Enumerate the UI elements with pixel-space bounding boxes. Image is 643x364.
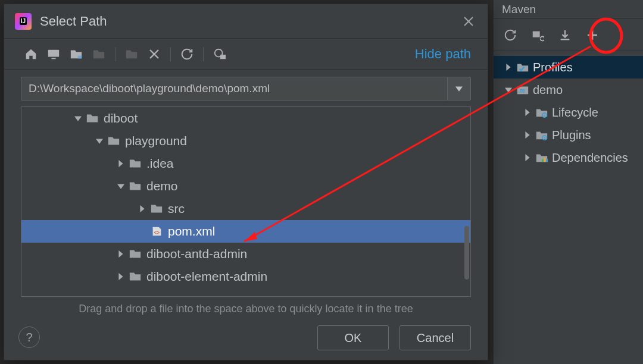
maven-node-label: Dependencies — [552, 151, 628, 165]
svg-rect-6 — [542, 159, 544, 162]
maven-node-label: Profiles — [533, 61, 573, 74]
toolbar-separator — [203, 47, 204, 61]
tree-node-label: src — [168, 202, 185, 216]
chevron-down-icon — [71, 115, 85, 122]
svg-rect-13 — [221, 55, 225, 58]
dialog-titlebar: IJ Select Path — [4, 4, 488, 39]
folder-check-icon — [515, 61, 530, 73]
svg-rect-7 — [544, 158, 546, 162]
path-history-button[interactable] — [447, 77, 471, 101]
help-button[interactable]: ? — [18, 327, 40, 348]
svg-rect-8 — [546, 159, 548, 162]
svg-rect-9 — [48, 49, 59, 57]
tree-node-folder[interactable]: .idea — [21, 152, 470, 175]
maven-toolbar — [494, 19, 643, 51]
maven-tree: Profiles m demo Lifecycle — [494, 51, 643, 169]
tree-node-label: pom.xml — [168, 224, 215, 239]
file-tree[interactable]: diboot playground .idea demo src — [21, 106, 471, 297]
dialog-close-button[interactable] — [460, 13, 477, 30]
chevron-right-icon — [502, 64, 515, 71]
tree-node-folder[interactable]: playground — [21, 130, 470, 152]
desktop-button[interactable] — [43, 44, 64, 64]
maven-download-button[interactable] — [557, 27, 573, 43]
chevron-right-icon — [521, 109, 534, 116]
maven-plugins-node[interactable]: Plugins — [494, 124, 643, 146]
tree-node-label: playground — [125, 134, 187, 148]
chevron-down-icon — [93, 137, 106, 145]
tree-scrollbar[interactable] — [464, 226, 469, 280]
folder-icon — [127, 249, 143, 259]
maven-title: Maven — [494, 0, 643, 19]
maven-dependencies-node[interactable]: Dependencies — [494, 146, 643, 169]
toolbar-separator — [115, 47, 116, 61]
folder-icon — [149, 203, 164, 214]
tree-node-label: .idea — [146, 156, 174, 171]
cancel-button[interactable]: Cancel — [399, 325, 471, 350]
xml-file-icon: <> — [149, 225, 164, 237]
tree-node-label: diboot — [104, 111, 138, 125]
toolbar-separator — [170, 47, 171, 61]
tree-hint: Drag and drop a file into the space abov… — [4, 303, 488, 315]
svg-text:<>: <> — [154, 230, 160, 236]
intellij-icon: IJ — [15, 13, 32, 30]
maven-lifecycle-node[interactable]: Lifecycle — [494, 101, 643, 124]
svg-point-5 — [544, 137, 545, 138]
maven-module-node[interactable]: m demo — [494, 79, 643, 101]
tree-node-folder[interactable]: src — [21, 197, 470, 220]
module-button — [89, 44, 109, 64]
home-button[interactable] — [21, 44, 41, 64]
delete-button[interactable] — [144, 44, 164, 64]
folder-icon — [85, 113, 100, 124]
new-folder-button — [121, 44, 142, 64]
svg-rect-11 — [78, 55, 82, 58]
dialog-toolbar: Hide path — [4, 39, 488, 70]
maven-node-label: Plugins — [552, 128, 591, 142]
tree-node-label: demo — [146, 179, 178, 193]
chevron-right-icon — [114, 250, 127, 258]
maven-node-label: Lifecycle — [552, 106, 598, 120]
hide-path-link[interactable]: Hide path — [415, 46, 477, 62]
folder-icon — [127, 271, 143, 282]
svg-text:m: m — [520, 88, 525, 95]
maven-node-label: demo — [533, 83, 563, 97]
chevron-down-icon — [502, 86, 515, 93]
tree-node-folder[interactable]: diboot-antd-admin — [21, 243, 470, 265]
tree-node-file-selected[interactable]: <> pom.xml — [21, 220, 470, 243]
chevron-right-icon — [521, 154, 534, 161]
refresh-button[interactable] — [177, 44, 197, 64]
maven-add-button[interactable] — [584, 27, 601, 43]
chevron-right-icon — [114, 160, 127, 167]
maven-generate-sources-button[interactable] — [529, 27, 546, 43]
tree-node-label: diboot-element-admin — [146, 269, 267, 284]
maven-module-icon: m — [515, 84, 530, 96]
chevron-right-icon — [114, 273, 127, 280]
svg-rect-10 — [51, 58, 55, 59]
chevron-right-icon — [521, 131, 534, 139]
folder-gear-icon — [534, 129, 550, 141]
path-row — [4, 70, 488, 101]
chevron-down-icon — [114, 183, 127, 190]
maven-profiles-node[interactable]: Profiles — [494, 56, 643, 79]
folder-icon — [127, 181, 143, 192]
dialog-button-bar: OK Cancel — [4, 316, 488, 360]
show-hidden-button[interactable] — [210, 44, 230, 64]
tree-node-folder[interactable]: demo — [21, 175, 470, 197]
tree-node-label: diboot-antd-admin — [146, 247, 247, 261]
select-path-dialog: IJ Select Path — [4, 4, 488, 360]
folder-icon — [106, 136, 121, 146]
maven-reload-button[interactable] — [502, 27, 519, 43]
dialog-title: Select Path — [40, 14, 460, 29]
folder-gear-icon — [534, 106, 550, 118]
svg-point-3 — [544, 114, 545, 115]
project-button[interactable] — [66, 44, 86, 64]
folder-bars-icon — [534, 152, 550, 164]
chevron-right-icon — [136, 205, 149, 212]
ok-button[interactable]: OK — [317, 325, 389, 350]
folder-icon — [127, 158, 143, 169]
path-input[interactable] — [21, 77, 447, 101]
maven-panel: Maven Profiles — [493, 0, 643, 364]
tree-node-folder[interactable]: diboot — [21, 107, 470, 130]
tree-node-folder[interactable]: diboot-element-admin — [21, 265, 470, 288]
